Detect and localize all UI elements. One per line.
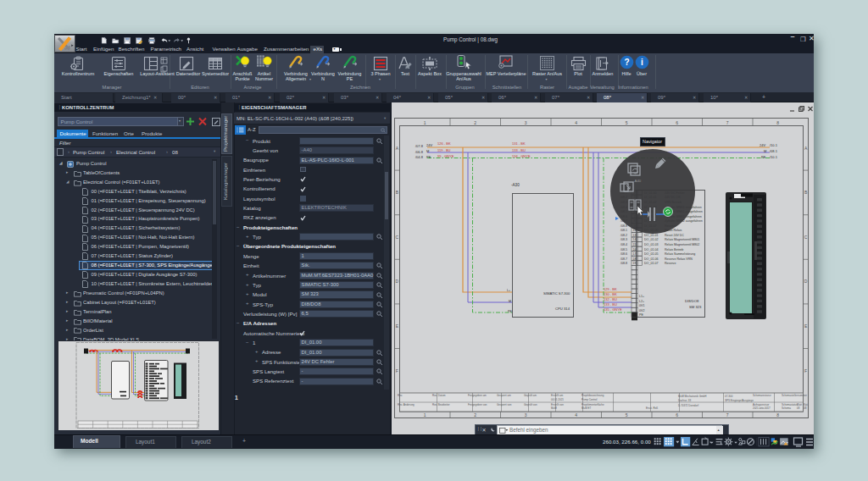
svg-text:13: 13: [633, 234, 637, 237]
svg-text:/08.6: /08.6: [620, 252, 627, 256]
svg-text:/08.2: /08.2: [620, 234, 627, 237]
svg-text:DO_01.01: DO_01.01: [644, 234, 658, 237]
svg-text:14: 14: [633, 238, 637, 241]
svg-text:DO_01.02: DO_01.02: [644, 238, 658, 241]
svg-text:i: i: [641, 58, 643, 67]
svg-text:L1+: L1+: [639, 295, 644, 298]
svg-text:16: 16: [633, 248, 637, 252]
svg-text:18: 18: [633, 257, 637, 261]
svg-text:15: 15: [633, 243, 637, 246]
svg-text:DO_01.05: DO_01.05: [644, 252, 658, 256]
svg-text:Relais Sammelstörung: Relais Sammelstörung: [665, 252, 695, 256]
svg-text:/08.5: /08.5: [620, 248, 627, 252]
svg-text:DO_01.04: DO_01.04: [644, 248, 658, 252]
svg-text:17: 17: [633, 252, 637, 256]
svg-text:L2+: L2+: [639, 300, 644, 303]
svg-text:DO_01.07: DO_01.07: [644, 262, 658, 265]
svg-text:DO_01.03: DO_01.03: [644, 243, 658, 246]
svg-text:19: 19: [633, 262, 637, 265]
svg-text:PE: PE: [639, 313, 643, 317]
svg-text:0V2: 0V2: [639, 309, 644, 312]
svg-text:/08.3: /08.3: [620, 238, 627, 241]
svg-text:Relais Magnetventil M801: Relais Magnetventil M801: [665, 238, 699, 241]
svg-text:/08.4: /08.4: [620, 243, 627, 246]
svg-text:/08.7: /08.7: [620, 257, 627, 261]
svg-text:Reserve: Reserve: [665, 262, 676, 265]
svg-text:DO_01.06: DO_01.06: [644, 257, 658, 261]
svg-text:Reset 24V DC: Reset 24V DC: [665, 234, 684, 237]
svg-text:Reserve Relais VRN: Reserve Relais VRN: [665, 257, 693, 261]
svg-text:Relais Magnetventil M802: Relais Magnetventil M802: [665, 243, 699, 246]
svg-text:0V1: 0V1: [639, 304, 644, 307]
svg-text:Relais Betrieb: Relais Betrieb: [665, 248, 683, 252]
svg-text:?: ?: [624, 58, 629, 67]
svg-text:/08.8: /08.8: [620, 262, 627, 265]
